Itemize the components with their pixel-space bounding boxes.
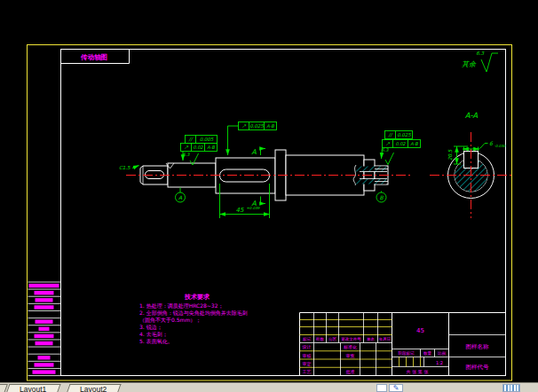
svg-text:-0.030: -0.030 — [494, 144, 506, 148]
strip-text-block — [36, 298, 53, 302]
strip-text-block — [36, 320, 53, 324]
dim-chamfer: C1.5 — [119, 165, 139, 170]
tech-line: 5. 表面氧化。 — [139, 338, 173, 345]
svg-text:A-B: A-B — [207, 145, 215, 150]
tab-layout2[interactable]: Layout2 — [65, 384, 121, 392]
tb-header: 标记 — [302, 336, 312, 342]
datum-b: B — [376, 192, 386, 203]
roughness-mark-2: 6.3 — [382, 147, 394, 165]
tech-title: 技术要求 — [184, 293, 210, 301]
svg-text:0.02: 0.02 — [395, 141, 406, 146]
svg-text://: // — [387, 131, 393, 137]
toolbar-chip[interactable] — [376, 384, 387, 392]
svg-text://: // — [187, 136, 194, 142]
strip-text-block — [38, 356, 51, 359]
tb-row-label: 审核 — [303, 353, 312, 358]
svg-text:↗: ↗ — [385, 140, 391, 146]
tb-header: 更改文件号 — [341, 336, 361, 341]
svg-text:A: A — [251, 148, 257, 156]
drawing-canvas: 传动轴图 — [0, 0, 538, 382]
strip-text-block — [33, 370, 56, 373]
tb-material: 45 — [416, 327, 424, 334]
tech-line: 2. 全部倒角：锐边与尖角处均倒角并去除毛刺 — [139, 310, 248, 317]
svg-text:6.3: 6.3 — [476, 51, 484, 56]
svg-text:45: 45 — [236, 207, 244, 214]
technical-requirements: 技术要求 1. 热处理：调质处理HRC28~32； 2. 全部倒角：锐边与尖角处… — [139, 293, 248, 345]
tab-layout1[interactable]: Layout1 — [4, 384, 60, 392]
svg-text:A-B: A-B — [410, 141, 418, 146]
tb-scale: 比例 — [438, 351, 447, 357]
section-arrow-top: A — [251, 148, 265, 156]
tb-header: 处数 — [316, 336, 325, 341]
svg-text:A: A — [178, 194, 183, 200]
svg-text:0.025: 0.025 — [249, 123, 264, 129]
tb-row-label: 标准化 — [343, 344, 357, 350]
tb-header: 年月日 — [379, 337, 392, 341]
strip-text-block — [36, 341, 53, 345]
strip-text-block — [35, 291, 54, 294]
title-block: 标记 处数 分区 更改文件号 签名 年月日 设计 审核 审定 工艺 标准化 审查… — [300, 313, 506, 376]
svg-text:A-B: A-B — [266, 123, 274, 129]
strip-text-block — [35, 363, 54, 366]
svg-text:↗: ↗ — [241, 122, 247, 129]
grid-icon[interactable] — [502, 384, 520, 392]
svg-text:0.02: 0.02 — [193, 145, 203, 150]
tb-row-label: 批准 — [346, 369, 355, 375]
tb-scale-value: 1:2 — [436, 360, 443, 365]
tb-header: 分区 — [328, 336, 337, 341]
cad-window: 传动轴图 — [0, 0, 538, 392]
tb-drawing-name: 图样名称 — [466, 343, 490, 350]
roughness-rest: 其余 6.3 — [462, 51, 498, 72]
tb-row-label: 审定 — [303, 361, 312, 367]
datum-a: A — [176, 188, 186, 203]
svg-text:0.005: 0.005 — [200, 137, 214, 142]
tb-row-label: 工艺 — [303, 369, 312, 374]
svg-text:B: B — [379, 194, 384, 200]
strip-text-block — [35, 334, 54, 338]
tb-stage: 阶段标记 — [399, 350, 415, 357]
tb-row-label: 设计 — [302, 344, 312, 349]
tb-qty: 数量 — [423, 351, 432, 356]
tech-line: 4. 去毛刺； — [139, 331, 168, 337]
svg-text:6.3: 6.3 — [183, 152, 191, 157]
svg-text:6.3: 6.3 — [382, 147, 390, 153]
tech-line: （圆角不大于0.5mm）； — [139, 317, 201, 324]
layout-tab-bar: Layout1 Layout2 ✎ — [0, 382, 538, 392]
strip-text-block — [29, 284, 59, 287]
tb-row-label: 审查 — [346, 353, 355, 358]
corner-title-label: 传动轴图 — [80, 53, 107, 61]
pencil-icon[interactable]: ✎ — [389, 384, 403, 392]
svg-text:C1.5: C1.5 — [119, 165, 131, 170]
tolerance-frame-3: // 0.025 ↗ 0.02 A-B — [382, 131, 421, 160]
left-revision-strip — [28, 282, 61, 376]
tech-line: 3. 锐边； — [139, 324, 162, 331]
strip-text-block — [35, 305, 54, 309]
strip-text-block — [39, 327, 50, 331]
section-label: A-A — [465, 111, 479, 120]
svg-text:↗: ↗ — [184, 144, 189, 150]
dim-keyway-width: 6 -0.030 — [463, 140, 506, 152]
tb-drawing-code: 图样代号 — [466, 364, 490, 371]
svg-text:6: 6 — [489, 140, 494, 146]
svg-text:其余: 其余 — [462, 60, 477, 68]
svg-text:+0.039: +0.039 — [247, 206, 260, 210]
tb-sheet: 共 张 第 张 — [407, 369, 429, 375]
tech-line: 1. 热处理：调质处理HRC28~32； — [139, 302, 224, 310]
svg-text:0.025: 0.025 — [397, 132, 411, 137]
svg-text:20.5: 20.5 — [447, 149, 453, 161]
tb-header: 签名 — [367, 337, 375, 341]
